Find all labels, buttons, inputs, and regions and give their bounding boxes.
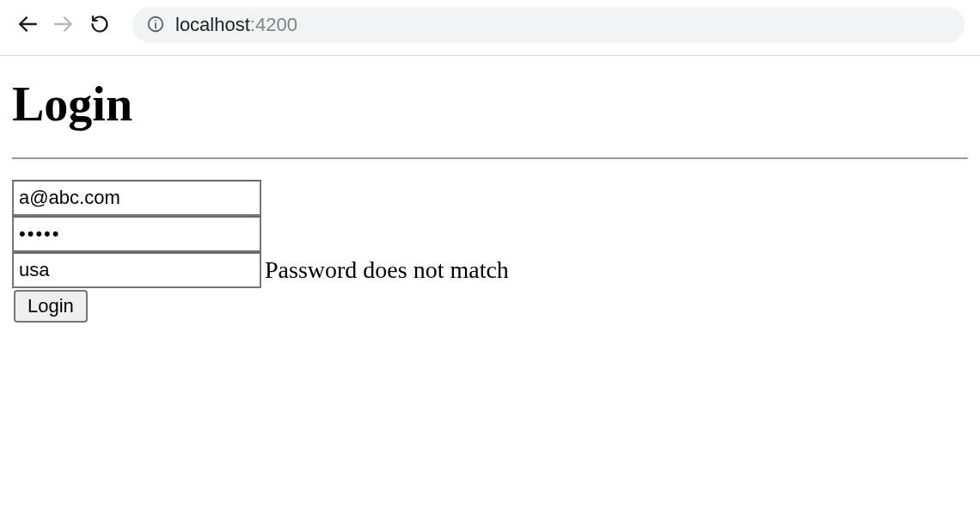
forward-button[interactable] [52,13,76,37]
address-bar[interactable]: localhost:4200 [132,7,965,43]
email-field[interactable] [12,180,261,216]
error-message: Password does not match [265,256,509,284]
url-text: localhost:4200 [175,15,297,34]
toolbar-divider [0,55,980,56]
arrow-left-icon [16,13,39,38]
site-info-button[interactable] [146,15,165,34]
arrow-right-icon [52,13,75,38]
url-host: localhost [175,14,250,35]
country-field[interactable] [12,252,261,288]
url-port: :4200 [250,14,297,35]
browser-toolbar: localhost:4200 [0,0,980,52]
page-content: Login Password does not match Login [0,77,980,323]
heading-divider [12,157,968,159]
reload-button[interactable] [88,13,112,37]
page-title: Login [12,77,968,132]
login-button[interactable]: Login [14,290,88,323]
reload-icon [89,14,110,37]
password-field[interactable] [12,216,261,252]
info-icon [146,15,165,36]
back-button[interactable] [15,13,40,37]
